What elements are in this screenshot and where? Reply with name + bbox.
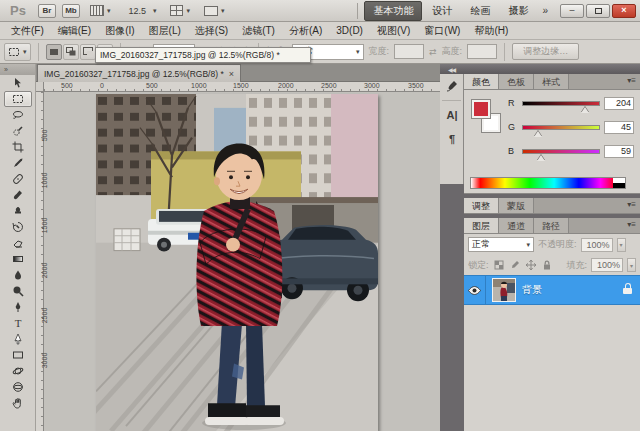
minimize-button[interactable]: – <box>560 4 584 18</box>
zoom-level-button[interactable]: 12.5 ▾ <box>120 3 160 19</box>
green-slider-thumb[interactable] <box>534 131 542 137</box>
tool-3d-rotate[interactable] <box>4 363 32 379</box>
blue-slider-thumb[interactable] <box>537 155 545 161</box>
tool-move[interactable] <box>4 75 32 91</box>
panel-menu-icon[interactable]: ▾≡ <box>623 198 640 213</box>
tool-lasso[interactable] <box>4 107 32 123</box>
tool-brush[interactable] <box>4 187 32 203</box>
color-spectrum-ramp[interactable] <box>470 177 626 189</box>
new-selection-button[interactable] <box>46 44 62 60</box>
layer-thumbnail[interactable] <box>492 278 516 302</box>
mini-bridge-button[interactable]: Mb <box>62 4 80 18</box>
green-value-input[interactable]: 45 <box>604 121 634 134</box>
horizontal-ruler[interactable]: 500 0 500 1000 1500 2000 2500 3000 3500 <box>44 82 440 92</box>
paragraph-panel-button[interactable]: ¶ <box>440 127 464 151</box>
photo-document[interactable] <box>96 94 378 431</box>
workspace-design[interactable]: 设计 <box>424 2 460 20</box>
panel-menu-icon[interactable]: ▾≡ <box>623 74 640 89</box>
lock-all-icon[interactable] <box>541 259 553 271</box>
tool-type[interactable]: T <box>4 315 32 331</box>
restore-button[interactable] <box>586 4 610 18</box>
fill-spinner[interactable]: ▾ <box>627 258 636 272</box>
tool-rectangle-shape[interactable] <box>4 347 32 363</box>
red-slider[interactable] <box>522 101 600 106</box>
tab-swatches[interactable]: 色板 <box>499 74 534 89</box>
tool-hand[interactable] <box>4 395 32 411</box>
blend-mode-dropdown[interactable]: 正常 ▾ <box>468 237 534 252</box>
red-value-input[interactable]: 204 <box>604 97 634 110</box>
layer-row-background[interactable]: 背景 <box>464 275 640 305</box>
tab-layers[interactable]: 图层 <box>464 218 499 233</box>
character-panel-button[interactable]: A| <box>440 103 464 127</box>
workspace-essentials[interactable]: 基本功能 <box>364 1 422 21</box>
tab-channels[interactable]: 通道 <box>499 218 534 233</box>
tool-dodge[interactable] <box>4 283 32 299</box>
tool-path-selection[interactable] <box>4 331 32 347</box>
panel-menu-icon[interactable]: ▾≡ <box>623 218 640 233</box>
menu-file[interactable]: 文件(F) <box>4 22 51 40</box>
subtract-selection-button[interactable] <box>80 44 96 60</box>
tab-color[interactable]: 颜色 <box>464 74 499 89</box>
tab-adjustments[interactable]: 调整 <box>464 198 499 213</box>
workspace-photography[interactable]: 摄影 <box>500 2 536 20</box>
tool-crop[interactable] <box>4 139 32 155</box>
screen-mode-button[interactable]: ▾ <box>200 3 229 19</box>
add-selection-button[interactable] <box>63 44 79 60</box>
tool-preset-dropdown[interactable]: ▾ <box>4 43 31 61</box>
lock-pixels-icon[interactable] <box>509 259 521 271</box>
menu-image[interactable]: 图像(I) <box>98 22 141 40</box>
vertical-ruler[interactable]: 500 1000 1500 2000 2500 3000 <box>36 92 44 431</box>
blue-value-input[interactable]: 59 <box>604 145 634 158</box>
tool-blur[interactable] <box>4 267 32 283</box>
swap-dimensions-icon[interactable]: ⇄ <box>429 47 437 57</box>
tools-panel-collapse[interactable]: » <box>0 64 35 75</box>
red-slider-thumb[interactable] <box>581 107 589 113</box>
tool-history-brush[interactable] <box>4 219 32 235</box>
layer-name[interactable]: 背景 <box>522 283 542 297</box>
foreground-color-swatch[interactable] <box>472 100 490 118</box>
menu-analysis[interactable]: 分析(A) <box>282 22 329 40</box>
bridge-launch-button[interactable]: Br <box>38 4 56 18</box>
tab-paths[interactable]: 路径 <box>534 218 569 233</box>
tool-clone-stamp[interactable] <box>4 203 32 219</box>
lock-position-icon[interactable] <box>525 259 537 271</box>
tool-spot-healing-brush[interactable] <box>4 171 32 187</box>
refine-edge-button[interactable]: 调整边缘… <box>512 43 579 60</box>
tool-3d-orbit[interactable] <box>4 379 32 395</box>
tab-close-icon[interactable]: × <box>229 69 234 79</box>
width-input[interactable] <box>394 44 424 59</box>
menu-help[interactable]: 帮助(H) <box>467 22 515 40</box>
menu-filter[interactable]: 滤镜(T) <box>235 22 282 40</box>
layer-visibility-toggle[interactable] <box>464 275 486 305</box>
close-button[interactable]: × <box>612 4 636 18</box>
workspace-overflow-chevron[interactable]: » <box>538 5 552 16</box>
menu-3d[interactable]: 3D(D) <box>329 23 370 38</box>
height-input[interactable] <box>467 44 497 59</box>
opacity-value[interactable]: 100% <box>581 238 613 252</box>
opacity-spinner[interactable]: ▾ <box>617 238 626 252</box>
lock-transparency-icon[interactable] <box>493 259 505 271</box>
tool-eraser[interactable] <box>4 235 32 251</box>
menu-edit[interactable]: 编辑(E) <box>51 22 98 40</box>
brush-panel-button[interactable] <box>440 74 464 98</box>
menu-layer[interactable]: 图层(L) <box>142 22 188 40</box>
blue-slider[interactable] <box>522 149 600 154</box>
tool-quick-selection[interactable] <box>4 123 32 139</box>
document-tab[interactable]: IMG_20160327_171758.jpg @ 12.5%(RGB/8) *… <box>37 64 241 82</box>
view-extras-button[interactable]: ▾ <box>86 3 115 19</box>
fill-value[interactable]: 100% <box>591 258 623 272</box>
menu-select[interactable]: 选择(S) <box>188 22 235 40</box>
tool-rectangular-marquee[interactable] <box>4 91 32 107</box>
ruler-origin-corner[interactable] <box>36 82 44 92</box>
menu-view[interactable]: 视图(V) <box>370 22 417 40</box>
workspace-painting[interactable]: 绘画 <box>462 2 498 20</box>
arrange-documents-button[interactable]: ▾ <box>166 3 194 19</box>
menu-window[interactable]: 窗口(W) <box>417 22 467 40</box>
tab-styles[interactable]: 样式 <box>534 74 569 89</box>
tool-gradient[interactable] <box>4 251 32 267</box>
tool-eyedropper[interactable] <box>4 155 32 171</box>
green-slider[interactable] <box>522 125 600 130</box>
dock-collapse-bar[interactable]: ◀◀ <box>440 64 640 74</box>
tool-pen[interactable] <box>4 299 32 315</box>
tab-masks[interactable]: 蒙版 <box>499 198 534 213</box>
